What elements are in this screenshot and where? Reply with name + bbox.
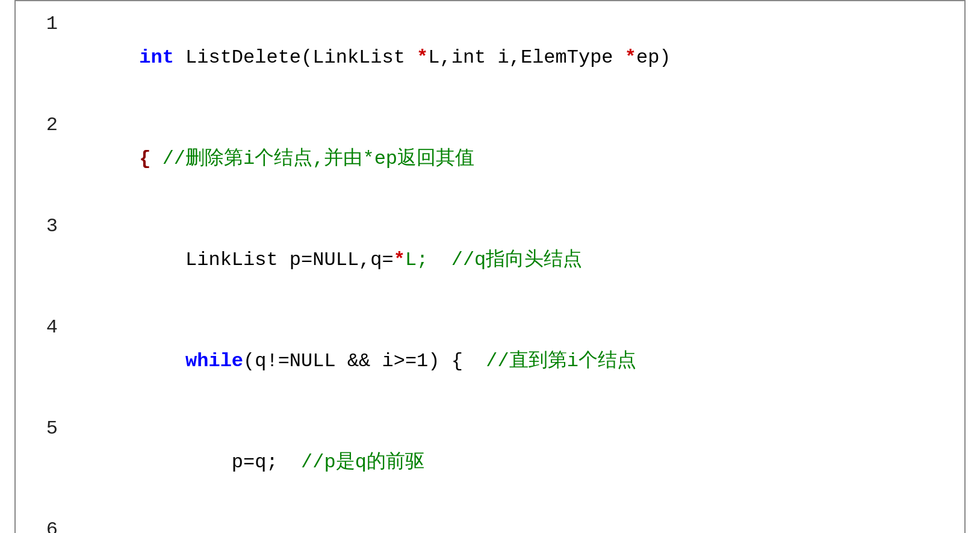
code-block: 1 int ListDelete(LinkList *L,int i,ElemT…: [14, 0, 966, 533]
pointer-star: *: [417, 46, 428, 69]
code-line-1: 1 int ListDelete(LinkList *L,int i,ElemT…: [28, 7, 952, 108]
line-content-6: q=q->next; //q指向直接后继结点: [70, 513, 952, 533]
line-number-4: 4: [28, 311, 58, 344]
line-number-1: 1: [28, 7, 58, 41]
code-line-5: 5 p=q; //p是q的前驱: [28, 412, 952, 513]
line-content-3: LinkList p=NULL,q=*L; //q指向头结点: [70, 210, 952, 311]
code-text: L,int i,ElemType: [428, 46, 624, 69]
keyword-while: while: [185, 350, 243, 372]
code-line-2: 2 { //删除第i个结点,并由*ep返回其值: [28, 108, 952, 210]
pointer-star-2: *: [625, 46, 636, 69]
line-content-5: p=q; //p是q的前驱: [70, 412, 952, 513]
code-text: p=q;: [139, 451, 301, 473]
comment-4: //直到第i个结点: [486, 350, 636, 372]
code-text: [139, 350, 185, 372]
code-text: (q!=NULL && i>=1) {: [243, 350, 486, 372]
pointer-star: *: [394, 249, 405, 271]
code-line-6: 6 q=q->next; //q指向直接后继结点: [28, 513, 952, 533]
line-number-3: 3: [28, 210, 58, 243]
code-line-3: 3 LinkList p=NULL,q=*L; //q指向头结点: [28, 210, 952, 311]
code-text: LinkList p=NULL,q=: [139, 249, 393, 271]
code-line-4: 4 while(q!=NULL && i>=1) { //直到第i个结点: [28, 311, 952, 412]
code-text: ListDelete(LinkList: [174, 46, 417, 69]
line-number-2: 2: [28, 108, 58, 142]
brace-open: {: [139, 148, 150, 170]
comment-3: L; //q指向头结点: [405, 249, 582, 271]
comment-5: //p是q的前驱: [301, 451, 424, 473]
keyword-int: int: [139, 46, 174, 69]
line-number-5: 5: [28, 412, 58, 446]
line-content-2: { //删除第i个结点,并由*ep返回其值: [70, 108, 952, 210]
line-content-1: int ListDelete(LinkList *L,int i,ElemTyp…: [70, 7, 952, 108]
line-content-4: while(q!=NULL && i>=1) { //直到第i个结点: [70, 311, 952, 412]
code-text: ep): [636, 46, 671, 69]
comment-2: //删除第i个结点,并由*ep返回其值: [150, 148, 474, 170]
line-number-6: 6: [28, 513, 58, 533]
